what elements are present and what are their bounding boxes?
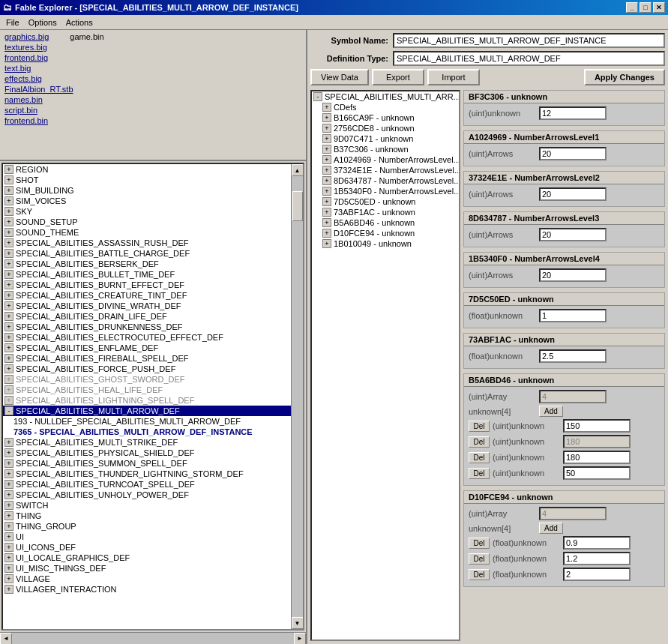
tree-icon-ui-misc-things-def[interactable]: + <box>4 564 13 573</box>
mini-tree-73ab[interactable]: + 73ABF1AC - unknown <box>312 207 459 217</box>
tree-icon-ui-locale-graphics-def[interactable]: + <box>4 553 13 562</box>
definition-type-input[interactable] <box>393 51 665 66</box>
mini-tree-9d07[interactable]: + 9D07C471 - unknown <box>312 133 459 144</box>
tree-item-thing[interactable]: + THING <box>3 511 291 521</box>
file-item-text-big[interactable]: text.big <box>1 63 304 73</box>
tree-item-nulldef[interactable]: 193 - NULLDEF_SPECIAL_ABILITIES_MULTI_AR… <box>3 416 291 427</box>
mini-tree-a102[interactable]: + A1024969 - NumberArrowsLevel... <box>312 154 459 165</box>
tree-icon-sound-theme[interactable]: + <box>4 228 13 237</box>
tree-item-battle-charge[interactable]: + SPECIAL_ABILITIES_BATTLE_CHARGE_DEF <box>3 248 291 259</box>
tree-icon-multi-strike[interactable]: + <box>4 438 13 447</box>
tree-icon-region[interactable]: + <box>4 165 13 174</box>
tree-item-sound-theme[interactable]: + SOUND_THEME <box>3 227 291 238</box>
file-item-game-bin[interactable]: game.bin <box>67 31 106 42</box>
tree-item-ui-misc-things-def[interactable]: + UI_MISC_THINGS_DEF <box>3 563 291 574</box>
8d634787-input[interactable] <box>539 228 607 241</box>
file-item-frontend-big[interactable]: frontend.big <box>1 52 304 63</box>
mini-tree-icon-3732[interactable]: + <box>322 166 331 175</box>
tree-item-multi-arrow[interactable]: - SPECIAL_ABILITIES_MULTI_ARROW_DEF <box>3 406 291 416</box>
1b5340f0-input[interactable] <box>539 268 607 282</box>
tree-icon-creature-tint[interactable]: + <box>4 291 13 300</box>
tree-icon-enflame[interactable]: + <box>4 343 13 352</box>
tree-icon-force-push[interactable]: + <box>4 364 13 373</box>
tree-item-bullet-time[interactable]: + SPECIAL_ABILITIES_BULLET_TIME_DEF <box>3 269 291 280</box>
tree-icon-lightning-spell[interactable]: + <box>4 396 13 405</box>
mini-tree-b5a6[interactable]: + B5A6BD46 - unknown <box>312 217 459 228</box>
tree-icon-ghost-sword[interactable]: + <box>4 375 13 384</box>
tree-item-electrocuted[interactable]: + SPECIAL_ABILITIES_ELECTROCUTED_EFFECT_… <box>3 332 291 343</box>
mini-tree-d10f[interactable]: + D10FCE94 - unknown <box>312 228 459 238</box>
tree-icon-sky[interactable]: + <box>4 207 13 216</box>
tree-icon-divine-wrath[interactable]: + <box>4 301 13 310</box>
mini-tree-icon-7d5c[interactable]: + <box>322 197 331 206</box>
tree-icon-turncoat[interactable]: + <box>4 480 13 489</box>
tree-item-shot[interactable]: + SHOT <box>3 175 291 185</box>
tree-icon-drain-life[interactable]: + <box>4 312 13 321</box>
mini-tree-1b01[interactable]: + 1B010049 - unknown <box>312 238 459 249</box>
scrollbar-track[interactable] <box>292 176 304 617</box>
tree-item-sound-setup[interactable]: + SOUND_SETUP <box>3 217 291 227</box>
mini-tree-icon-d10f[interactable]: + <box>322 229 331 238</box>
tree-icon-physical-shield[interactable]: + <box>4 448 13 457</box>
b5a6bd46-add-button[interactable]: Add <box>539 406 563 417</box>
tree-icon-heal-life[interactable]: + <box>4 385 13 394</box>
mini-tree-icon-b37c[interactable]: + <box>322 145 331 154</box>
tree-item-village[interactable]: + VILLAGE <box>3 574 291 584</box>
b5a6bd46-del-2[interactable]: Del <box>469 452 490 463</box>
b5a6bd46-value-1[interactable] <box>563 435 631 448</box>
tree-item-switch[interactable]: + SWITCH <box>3 500 291 511</box>
73abf1ac-input[interactable] <box>539 349 607 363</box>
export-button[interactable]: Export <box>372 69 424 85</box>
d10fce94-del-1[interactable]: Del <box>469 553 490 565</box>
b5a6bd46-del-0[interactable]: Del <box>469 421 490 432</box>
tree-icon-thing[interactable]: + <box>4 511 13 520</box>
tree-item-summon-spell[interactable]: + SPECIAL_ABILITIES_SUMMON_SPELL_DEF <box>3 458 291 469</box>
b5a6bd46-del-1[interactable]: Del <box>469 436 490 448</box>
tree-item-region[interactable]: + REGION <box>3 164 291 175</box>
d10fce94-value-2[interactable] <box>563 568 631 581</box>
tree-icon-bullet-time[interactable]: + <box>4 270 13 279</box>
mini-tree-icon-9d07[interactable]: + <box>322 134 331 143</box>
tree-icon-unholy-power[interactable]: + <box>4 490 13 499</box>
tree-item-drain-life[interactable]: + SPECIAL_ABILITIES_DRAIN_LIFE_DEF <box>3 311 291 322</box>
tree-item-physical-shield[interactable]: + SPECIAL_ABILITIES_PHYSICAL_SHIELD_DEF <box>3 448 291 458</box>
tree-icon-sim-building[interactable]: + <box>4 186 13 195</box>
tree-item-villager-interaction[interactable]: + VILLAGER_INTERACTION <box>3 584 291 595</box>
d10fce94-value-0[interactable] <box>563 536 631 550</box>
file-item-graphics-big[interactable]: graphics.big <box>1 31 52 42</box>
tree-item-sim-voices[interactable]: + SIM_VOICES <box>3 196 291 206</box>
tree-item-fireball[interactable]: + SPECIAL_ABILITIES_FIREBALL_SPELL_DEF <box>3 353 291 364</box>
mini-tree-7d5c[interactable]: + 7D5C50ED - unknown <box>312 196 459 207</box>
tree-icon-multi-arrow[interactable]: - <box>4 406 13 415</box>
tree-icon-ui[interactable]: + <box>4 532 13 541</box>
mini-tree-icon-a102[interactable]: + <box>322 155 331 164</box>
mini-tree-icon-cdefs[interactable]: + <box>322 103 331 112</box>
mini-tree-cdefs[interactable]: + CDefs <box>312 102 459 112</box>
menu-options[interactable]: Options <box>24 16 61 28</box>
tree-item-sim-building[interactable]: + SIM_BUILDING <box>3 185 291 196</box>
mini-tree-icon-2756[interactable]: + <box>322 124 331 133</box>
tree-item-ghost-sword[interactable]: + SPECIAL_ABILITIES_GHOST_SWORD_DEF <box>3 374 291 385</box>
7d5c50ed-input[interactable] <box>539 309 607 322</box>
tree-icon-assassin-rush[interactable]: + <box>4 238 13 247</box>
tree-item-force-push[interactable]: + SPECIAL_ABILITIES_FORCE_PUSH_DEF <box>3 364 291 374</box>
h-scroll-left-btn[interactable]: ◄ <box>0 633 12 645</box>
scrollbar-up-btn[interactable]: ▲ <box>292 164 304 176</box>
scrollbar-down-btn[interactable]: ▼ <box>292 617 304 629</box>
mini-tree-1b53[interactable]: + 1B5340F0 - NumberArrowsLevel... <box>312 186 459 196</box>
menu-file[interactable]: File <box>1 16 24 28</box>
tree-icon-summon-spell[interactable]: + <box>4 459 13 468</box>
tree-icon-thunder-lightning[interactable]: + <box>4 469 13 478</box>
file-item-finalalbion[interactable]: FinalAlbion_RT.stb <box>1 84 304 94</box>
mini-tree-icon-1b53[interactable]: + <box>322 187 331 196</box>
apply-changes-button[interactable]: Apply Changes <box>584 69 665 85</box>
mini-tree-icon-1b01[interactable]: + <box>322 239 331 248</box>
tree-icon-shot[interactable]: + <box>4 175 13 184</box>
tree-item-unholy-power[interactable]: + SPECIAL_ABILITIES_UNHOLY_POWER_DEF <box>3 490 291 500</box>
tree-item-ui-locale-graphics-def[interactable]: + UI_LOCALE_GRAPHICS_DEF <box>3 553 291 563</box>
mini-tree-b166[interactable]: + B166CA9F - unknown <box>312 112 459 123</box>
b5a6bd46-del-3[interactable]: Del <box>469 468 490 479</box>
tree-item-assassin-rush[interactable]: + SPECIAL_ABILITIES_ASSASSIN_RUSH_DEF <box>3 238 291 248</box>
b5a6bd46-value-2[interactable] <box>563 451 631 464</box>
tree-item-enflame[interactable]: + SPECIAL_ABILITIES_ENFLAME_DEF <box>3 343 291 353</box>
